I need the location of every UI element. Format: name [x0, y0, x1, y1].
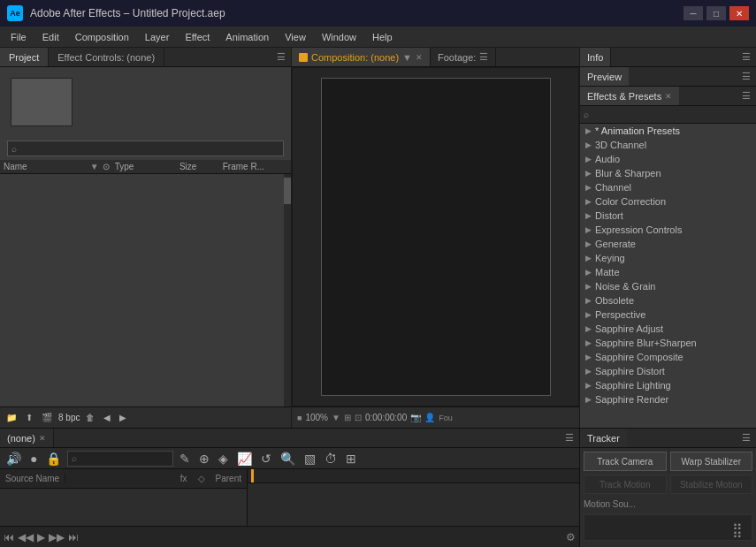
effect-item-expression-controls[interactable]: ▶ Expression Controls [580, 223, 756, 237]
effect-item-channel[interactable]: ▶ Channel [580, 180, 756, 194]
comp-tab-arrow[interactable]: ▼ [402, 52, 412, 63]
comp-zoom-icon[interactable]: ▼ [332, 413, 340, 422]
effect-item-animation-presets[interactable]: ▶ * Animation Presets [580, 124, 756, 138]
timeline-search-input[interactable] [67, 451, 173, 467]
effect-item-sapphire-adjust[interactable]: ▶ Sapphire Adjust [580, 322, 756, 336]
preview-panel-menu[interactable]: ☰ [737, 71, 756, 82]
menu-layer[interactable]: Layer [138, 30, 177, 44]
nav-right-icon[interactable]: ▶ [117, 413, 129, 422]
effect-item-blur-sharpen[interactable]: ▶ Blur & Sharpen [580, 166, 756, 180]
timeline-playhead[interactable] [251, 469, 254, 482]
effect-label: Sapphire Distort [595, 366, 665, 376]
tl-timer-icon[interactable]: ⏱ [322, 452, 340, 466]
comp-timecode: 0:00:00:00 [365, 413, 407, 422]
tracker-panel-menu[interactable]: ☰ [737, 432, 756, 444]
info-panel-menu[interactable]: ☰ [737, 51, 756, 63]
new-comp-icon[interactable]: 🎬 [39, 413, 55, 422]
effect-item-generate[interactable]: ▶ Generate [580, 237, 756, 251]
comp-person-icon[interactable]: 👤 [424, 413, 435, 422]
close-button[interactable]: ✕ [729, 6, 749, 20]
transport-play-fwd[interactable]: ▶▶ [49, 531, 65, 543]
effect-item-obsolete[interactable]: ▶ Obsolete [580, 293, 756, 308]
tab-effect-controls[interactable]: Effect Controls: (none) [49, 48, 164, 66]
project-body [0, 174, 291, 406]
effect-item-matte[interactable]: ▶ Matte [580, 265, 756, 279]
import-icon[interactable]: ⬆ [23, 413, 35, 422]
minimize-button[interactable]: ─ [683, 6, 703, 20]
menu-edit[interactable]: Edit [35, 30, 66, 44]
effect-item-sapphire-composite[interactable]: ▶ Sapphire Composite [580, 350, 756, 364]
tl-track-icon[interactable]: ⊕ [196, 452, 212, 466]
effect-item-perspective[interactable]: ▶ Perspective [580, 308, 756, 322]
tab-tracker[interactable]: Tracker [580, 429, 627, 447]
new-folder-icon[interactable]: 📁 [4, 413, 19, 422]
tab-preview[interactable]: Preview [580, 67, 629, 86]
menu-help[interactable]: Help [365, 30, 400, 44]
tl-search2-icon[interactable]: 🔍 [278, 452, 298, 466]
tab-composition[interactable]: Composition: (none) ▼ ✕ [292, 48, 431, 66]
effects-search-input[interactable] [589, 110, 752, 119]
tab-project[interactable]: Project [0, 48, 49, 66]
effect-item-distort[interactable]: ▶ Distort [580, 209, 756, 223]
effect-item-sapphire-blur-sharpen[interactable]: ▶ Sapphire Blur+Sharpen [580, 336, 756, 350]
comp-fit-icon[interactable]: ⊞ [344, 413, 351, 422]
effect-item-keying[interactable]: ▶ Keying [580, 251, 756, 265]
effect-item-sapphire-lighting[interactable]: ▶ Sapphire Lighting [580, 378, 756, 392]
track-camera-button[interactable]: Track Camera [584, 452, 667, 471]
warp-stabilizer-button[interactable]: Warp Stabilizer [670, 452, 753, 471]
solo-icon[interactable]: ● [27, 452, 40, 466]
timeline-panel-menu[interactable]: ☰ [560, 432, 579, 444]
delete-icon[interactable]: 🗑 [83, 413, 97, 422]
track-motion-button[interactable]: Track Motion [584, 475, 667, 494]
tab-info[interactable]: Info [580, 48, 611, 66]
project-scrollbar[interactable] [284, 174, 291, 406]
menu-view[interactable]: View [278, 30, 313, 44]
effect-item-3d-channel[interactable]: ▶ 3D Channel [580, 138, 756, 152]
maximize-button[interactable]: □ [706, 6, 726, 20]
menu-window[interactable]: Window [315, 30, 363, 44]
nav-left-icon[interactable]: ◀ [101, 413, 113, 422]
panel-menu-icon[interactable]: ☰ [271, 51, 291, 63]
menu-file[interactable]: File [4, 30, 34, 44]
effect-item-color-correction[interactable]: ▶ Color Correction [580, 194, 756, 209]
audio-toggle-icon[interactable]: 🔊 [4, 452, 24, 466]
transport-prev-frame[interactable]: ⏮ [4, 531, 14, 543]
effects-panel-menu[interactable]: ☰ [737, 90, 756, 102]
menu-effect[interactable]: Effect [178, 30, 217, 44]
tl-edit-icon[interactable]: ✎ [177, 452, 193, 466]
footage-tab-menu[interactable]: ☰ [479, 51, 488, 63]
stabilize-motion-button[interactable]: Stabilize Motion [670, 475, 753, 494]
effects-tab-close[interactable]: ✕ [665, 92, 672, 101]
keyframe-col: ◇ [193, 474, 210, 483]
tab-footage[interactable]: Footage: ☰ [431, 48, 496, 66]
menu-animation[interactable]: Animation [218, 30, 276, 44]
scrollbar-thumb[interactable] [284, 178, 291, 204]
expand-arrow-icon: ▶ [585, 126, 592, 135]
effect-item-audio[interactable]: ▶ Audio [580, 152, 756, 166]
effect-item-sapphire-distort[interactable]: ▶ Sapphire Distort [580, 364, 756, 378]
comp-channel-icon[interactable]: ⊡ [355, 413, 362, 422]
expand-arrow-icon: ▶ [585, 169, 592, 178]
transport-next-frame[interactable]: ⏭ [68, 531, 79, 543]
comp-camera-icon[interactable]: 📷 [410, 413, 421, 422]
effects-search-bar[interactable]: ⌕ [580, 106, 756, 124]
info-tabs: Info ☰ [580, 48, 756, 67]
tl-blend-icon[interactable]: ◈ [216, 452, 231, 466]
timeline-toolbar: 🔊 ● 🔒 ✎ ⊕ ◈ 📈 ↺ 🔍 ▧ ⏱ ⊞ [0, 448, 579, 469]
tl-graph-icon[interactable]: 📈 [234, 452, 255, 466]
transport-play[interactable]: ▶ [37, 531, 45, 543]
tl-extra-icon[interactable]: ⊞ [343, 452, 359, 466]
effect-item-sapphire-render[interactable]: ▶ Sapphire Render [580, 392, 756, 406]
transport-play-rev[interactable]: ◀◀ [18, 531, 34, 543]
timeline-settings-icon[interactable]: ⚙ [566, 531, 576, 543]
timeline-tab-close[interactable]: ✕ [39, 434, 46, 443]
tab-timeline[interactable]: (none) ✕ [0, 429, 54, 447]
tl-collapse-icon[interactable]: ▧ [302, 452, 318, 466]
comp-tab-close[interactable]: ✕ [416, 53, 423, 62]
tab-effects-presets[interactable]: Effects & Presets ✕ [580, 87, 679, 105]
lock-icon[interactable]: 🔒 [43, 452, 64, 466]
tl-rotate-icon[interactable]: ↺ [258, 452, 274, 466]
project-search-bar[interactable]: ⌕ [7, 141, 284, 156]
effect-item-noise-grain[interactable]: ▶ Noise & Grain [580, 279, 756, 293]
menu-composition[interactable]: Composition [68, 30, 136, 44]
